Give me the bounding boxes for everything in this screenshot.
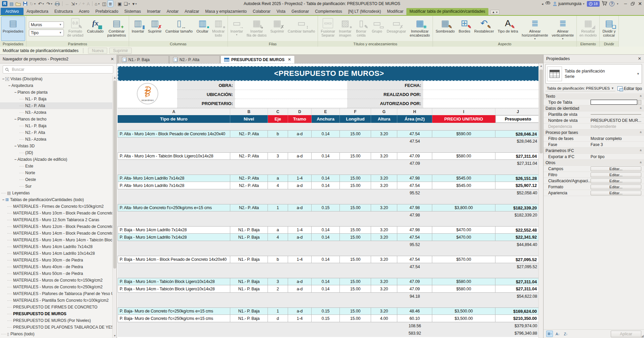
cell[interactable]: 0.14: [312, 175, 340, 182]
tree-item-n1-p-baja[interactable]: N1.- P. Baja: [0, 123, 117, 129]
cell[interactable]: P. Alta - Muro 14cm - Tabicón Block Lige…: [118, 152, 230, 160]
browse-button[interactable]: [638, 100, 641, 105]
cell[interactable]: 0.14: [312, 234, 340, 241]
cell[interactable]: $169,624.00: [495, 307, 540, 315]
cell[interactable]: 0.15: [312, 307, 340, 315]
property-value-input[interactable]: [591, 100, 637, 105]
scroll-up-icon[interactable]: ▲: [539, 63, 543, 68]
cell[interactable]: 4.00: [371, 315, 397, 322]
cell[interactable]: P. Baja- Muro de Concreto f'c=250kg/cms …: [118, 315, 230, 322]
propiedades-button[interactable]: ▤Propiedades: [1, 16, 25, 41]
cell[interactable]: P. Baja- Muro de Concreto f'c=250kg/cms …: [118, 307, 230, 315]
inmovilizar-encabezado-button[interactable]: ▦✳Inmovilizarencabezado: [408, 16, 432, 41]
view-tab-presupuesto-de-muros[interactable]: PRESUPUESTO DE MUROS✕: [220, 55, 295, 63]
tree-expander-icon[interactable]: −: [13, 117, 17, 121]
restore-button[interactable]: [631, 2, 635, 5]
view-tab-n2-p-alta[interactable]: N2.- P. Alta: [169, 55, 220, 63]
cell[interactable]: 15.00: [340, 182, 371, 189]
tree-item-tablas-de-planificaci-n-cantidades-todo-[interactable]: −⊞Tablas de planificación/Cantidades (to…: [0, 196, 117, 203]
ribbon-tab-analizar[interactable]: Analizar: [182, 8, 202, 15]
cell[interactable]: $570.00: [432, 256, 495, 263]
column-letter-h[interactable]: H: [397, 108, 432, 115]
project-browser-close-icon[interactable]: ✕: [111, 57, 114, 61]
cell[interactable]: 0.14: [312, 152, 340, 160]
ribbon-tab-sistemas[interactable]: Sistemas: [121, 8, 144, 15]
property-section-otros[interactable]: Otros«: [544, 160, 644, 166]
cell[interactable]: N2.- P. Alta: [230, 175, 268, 182]
cell[interactable]: 15.00: [340, 307, 371, 315]
cell[interactable]: a-d: [288, 278, 312, 285]
project-browser-header[interactable]: Navegador de proyectos - Proyecto2 ✕: [0, 55, 117, 63]
ribbon-tab-modificar[interactable]: Modificar: [384, 8, 406, 15]
cell[interactable]: 0.14: [312, 256, 340, 263]
column-letter-c[interactable]: C: [268, 108, 288, 115]
tree-item--3d-[interactable]: {3D}: [0, 149, 117, 156]
cell[interactable]: 47.54: [397, 256, 432, 263]
cell[interactable]: N1.- P. Baja: [230, 226, 268, 234]
cell[interactable]: $470.00: [432, 234, 495, 241]
tree-item-sur[interactable]: Sur: [0, 183, 117, 190]
revit-logo-icon[interactable]: R: [1, 0, 8, 7]
cell[interactable]: 15.00: [340, 285, 371, 293]
instance-filter-dropdown[interactable]: Tabla de planificación: PRESUPUES ▼: [546, 86, 615, 91]
cell[interactable]: N1.- P. Baja: [230, 256, 268, 263]
combinar-parámetros-button[interactable]: ▤+Combinarparámetros: [106, 16, 128, 41]
cell[interactable]: 0.14: [312, 278, 340, 285]
cell[interactable]: 47.54: [397, 182, 432, 189]
property-value-button[interactable]: [591, 114, 641, 115]
tree-item-materiales-muro-12cm-block-pesado-de-con[interactable]: MATERIALES - Muro 12cm - Block Pesado de…: [0, 223, 117, 230]
cell[interactable]: a: [268, 226, 288, 234]
column-header-tramo[interactable]: Tramo: [288, 115, 312, 123]
sort-ascending-icon[interactable]: A↓: [554, 331, 561, 337]
cell[interactable]: a-d: [288, 130, 312, 138]
tree-expander-icon[interactable]: −: [13, 90, 17, 94]
ribbon-tab-anotar[interactable]: Anotar: [164, 8, 182, 15]
cell[interactable]: 15.00: [340, 234, 371, 241]
tree-item-presupuesto-de-plafones-tablaroca-de-yes[interactable]: PRESUPUESTO DE PLAFONES TABLAROCA DE YES…: [0, 324, 117, 331]
user-dropdown-icon[interactable]: ▼: [582, 3, 585, 5]
tree-item-leyendas[interactable]: ▤Leyendas: [0, 190, 117, 196]
schedule-logo-cell[interactable]: sicardmex: [118, 81, 177, 108]
cell[interactable]: 47.09: [397, 278, 432, 285]
tree-item-planos-de-techo[interactable]: −Planos de techo: [0, 116, 117, 123]
cell[interactable]: 3: [268, 278, 288, 285]
cell[interactable]: $28,046.24: [495, 130, 540, 138]
cell[interactable]: 1-4: [288, 175, 312, 182]
ribbon-tab-prefabricado[interactable]: Prefabricado: [92, 8, 121, 15]
cell[interactable]: $580.00: [432, 152, 495, 160]
tree-item-n2-p-alta[interactable]: N2.- P. Alta: [0, 102, 117, 109]
cell[interactable]: 3: [268, 152, 288, 160]
type-selector[interactable]: Tabla de planificación Serie ▼: [546, 64, 642, 84]
cell[interactable]: N1.- P. Baja: [230, 234, 268, 241]
restablecer-button[interactable]: ↶✎Restablecer: [473, 16, 496, 41]
cell[interactable]: P. Baja - Muro 14cm - Tabicón Block Lige…: [118, 285, 230, 293]
tree-expander-icon[interactable]: −: [13, 144, 17, 148]
edit-type-button[interactable]: Editar tipo: [617, 86, 642, 91]
property-value[interactable]: [591, 100, 644, 105]
collapse-arrow-icon[interactable]: ◂: [541, 2, 543, 6]
cell[interactable]: 15.00: [340, 278, 371, 285]
switch-windows-icon[interactable]: ❏▼: [123, 0, 131, 7]
ribbon-tab-vista[interactable]: Vista: [274, 8, 288, 15]
column-header-área-m2-[interactable]: Área (m2): [397, 115, 432, 123]
cell[interactable]: P. Alta- Muro de Concreto f'c=250kg/cms …: [118, 204, 230, 211]
tree-item-n2-p-alta[interactable]: N2.- P. Alta: [0, 129, 117, 136]
tree-item-vistas-3d[interactable]: −Vistas 3D: [0, 143, 117, 149]
ribbon-tab-masa-y-emplazamiento[interactable]: Masa y emplazamiento: [202, 8, 250, 15]
scroll-thumb[interactable]: [113, 81, 116, 269]
collapse-section-icon[interactable]: «: [639, 149, 643, 151]
cell[interactable]: 3.20: [371, 285, 397, 293]
cell[interactable]: 4: [268, 182, 288, 189]
info-value[interactable]: [423, 90, 540, 99]
cell[interactable]: N1.- P. Baja: [230, 278, 268, 285]
ribbon-tab--n-lt-microdesk-[interactable]: [N] LT (Microdesk): [345, 8, 384, 15]
cell[interactable]: 3.20: [371, 204, 397, 211]
properties-list-view-icon[interactable]: ≣↕: [546, 331, 553, 337]
scroll-down-icon[interactable]: ▼: [113, 334, 117, 338]
collapse-section-icon[interactable]: «: [639, 95, 643, 97]
bordes-button[interactable]: ⊞✎Bordes: [457, 16, 472, 41]
cell[interactable]: 0.14: [312, 226, 340, 234]
alinear-horizontalmente-button[interactable]: ≣Alinearhorizontalmente▼: [520, 16, 550, 41]
cell[interactable]: 47.98: [397, 226, 432, 234]
schedule-scrollbar[interactable]: ▲: [538, 63, 543, 338]
